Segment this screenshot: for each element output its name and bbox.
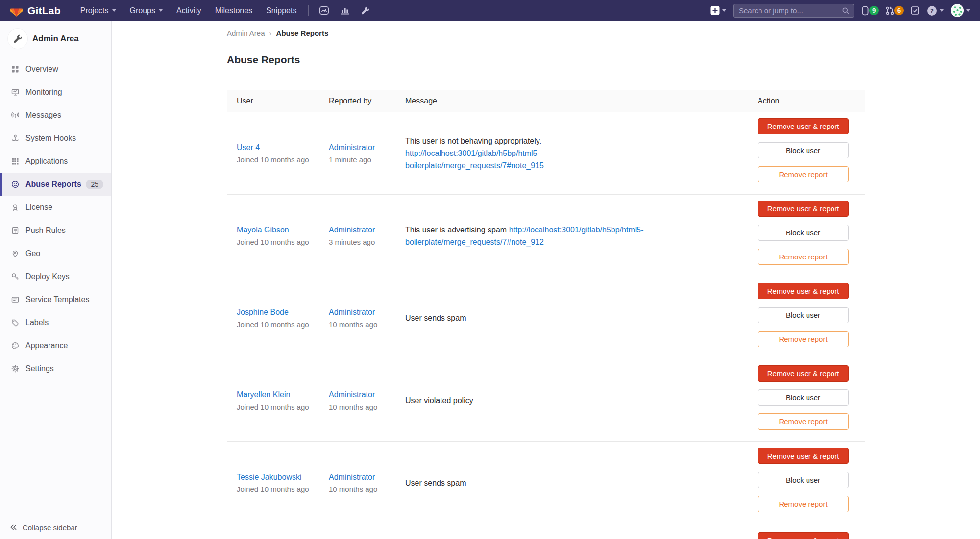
reported-time: 10 months ago <box>329 485 405 493</box>
breadcrumb-admin-area[interactable]: Admin Area <box>227 29 265 37</box>
admin-area-button[interactable] <box>355 3 375 18</box>
gitlab-admin-abuse-reports-page: GitLab Projects Groups Activity Mileston… <box>0 0 980 539</box>
nav-groups[interactable]: Groups <box>123 1 170 20</box>
service-templates-icon <box>11 296 20 304</box>
chevron-down-icon <box>940 9 944 12</box>
abuse-reports-icon <box>11 180 20 188</box>
sidebar-item-deploy-keys[interactable]: Deploy Keys <box>0 265 111 288</box>
reporter-link[interactable]: Administrator <box>329 143 375 152</box>
nav-milestones[interactable]: Milestones <box>208 1 259 20</box>
remove-user-and-report-button[interactable]: Remove user & report <box>758 448 849 464</box>
nav-projects[interactable]: Projects <box>74 1 123 20</box>
remove-user-and-report-button[interactable]: Remove user & report <box>758 201 849 217</box>
geo-pin-icon <box>11 250 20 257</box>
block-user-button[interactable]: Block user <box>758 472 849 488</box>
dashboard-gauge-button[interactable] <box>314 2 335 19</box>
remove-report-button[interactable]: Remove report <box>758 331 849 347</box>
reported-time: 1 minute ago <box>329 155 405 164</box>
sidebar-item-labels[interactable]: Labels <box>0 311 111 334</box>
user-link[interactable]: Mayola Gibson <box>237 226 289 234</box>
table-row: Josphine Bode Joined 10 months ago Admin… <box>227 277 865 359</box>
sidebar-item-settings[interactable]: Settings <box>0 357 111 380</box>
analytics-chart-button[interactable] <box>335 3 355 19</box>
user-menu-button[interactable] <box>951 4 970 17</box>
sidebar-item-appearance[interactable]: Appearance <box>0 334 111 357</box>
remove-report-button[interactable]: Remove report <box>758 166 849 182</box>
report-message: User violated policy <box>405 394 674 407</box>
reported-time: 10 months ago <box>329 320 405 329</box>
sidebar-item-monitoring[interactable]: Monitoring <box>0 80 111 103</box>
overview-icon <box>11 65 20 73</box>
sidebar-item-service-templates[interactable]: Service Templates <box>0 288 111 311</box>
remove-report-button[interactable]: Remove report <box>758 249 849 265</box>
block-user-button[interactable]: Block user <box>758 389 849 406</box>
sidebar-item-license[interactable]: License <box>0 196 111 219</box>
sidebar-item-label: Messages <box>25 111 61 120</box>
merge-request-icon <box>885 6 895 16</box>
collapse-sidebar-button[interactable]: Collapse sidebar <box>0 515 111 539</box>
breadcrumb-current: Abuse Reports <box>276 29 329 37</box>
chevron-down-icon <box>966 9 970 12</box>
remove-user-and-report-button[interactable]: Remove user & report <box>758 365 849 382</box>
user-joined-date: Joined 10 months ago <box>237 238 329 246</box>
user-link[interactable]: Josphine Bode <box>237 308 289 317</box>
admin-sidebar: Admin Area Overview Monitoring <box>0 21 112 539</box>
sidebar-item-geo[interactable]: Geo <box>0 242 111 265</box>
report-message: User sends spam <box>405 312 674 324</box>
remove-report-button[interactable]: Remove report <box>758 496 849 512</box>
license-medal-icon <box>11 204 20 211</box>
sidebar-item-label: License <box>25 203 52 212</box>
new-menu-button[interactable] <box>710 6 726 15</box>
user-link[interactable]: User 4 <box>237 143 260 152</box>
plus-square-icon <box>710 6 720 15</box>
block-user-button[interactable]: Block user <box>758 307 849 323</box>
user-link[interactable]: Maryellen Klein <box>237 390 290 399</box>
report-message: User sends spam <box>405 477 674 489</box>
todos-button[interactable] <box>910 6 920 15</box>
message-link[interactable]: http://localhost:3001/gitlab/h5bp/html5-… <box>405 149 544 170</box>
chevron-down-icon <box>112 9 116 12</box>
block-user-button[interactable]: Block user <box>758 225 849 241</box>
sidebar-item-messages[interactable]: Messages <box>0 103 111 127</box>
sidebar-item-label: Monitoring <box>25 88 62 97</box>
nav-snippets[interactable]: Snippets <box>259 1 303 20</box>
global-search <box>733 4 854 18</box>
issues-icon <box>861 6 870 16</box>
bar-chart-icon <box>340 6 350 16</box>
sidebar-item-push-rules[interactable]: Push Rules <box>0 219 111 242</box>
sidebar-item-system-hooks[interactable]: System Hooks <box>0 127 111 150</box>
remove-user-and-report-button[interactable]: Remove user & report <box>758 283 849 299</box>
sidebar-item-applications[interactable]: Applications <box>0 150 111 173</box>
sidebar-item-abuse-reports[interactable]: Abuse Reports 25 <box>0 173 111 196</box>
reporter-link[interactable]: Administrator <box>329 226 375 234</box>
remove-user-and-report-button[interactable]: Remove user & report <box>758 532 849 539</box>
merge-requests-counter[interactable]: 6 <box>885 6 904 16</box>
column-header-reported-by: Reported by <box>329 97 405 105</box>
sidebar-item-label: Deploy Keys <box>25 272 70 281</box>
reporter-link[interactable]: Administrator <box>329 473 375 482</box>
user-joined-date: Joined 10 months ago <box>237 485 329 493</box>
help-menu-button[interactable]: ? <box>927 5 944 16</box>
user-avatar <box>951 4 964 17</box>
user-link[interactable]: Tessie Jakubowski <box>237 473 302 482</box>
messages-broadcast-icon <box>11 111 20 119</box>
sidebar-header[interactable]: Admin Area <box>0 21 111 57</box>
remove-user-and-report-button[interactable]: Remove user & report <box>758 118 849 134</box>
reporter-link[interactable]: Administrator <box>329 308 375 317</box>
push-rules-icon <box>11 227 20 234</box>
column-header-user: User <box>227 97 329 105</box>
user-joined-date: Joined 10 months ago <box>237 320 329 329</box>
sidebar-title: Admin Area <box>32 34 79 44</box>
search-input[interactable] <box>733 4 854 18</box>
nav-activity[interactable]: Activity <box>170 1 208 20</box>
search-icon <box>842 7 850 15</box>
appearance-palette-icon <box>11 342 20 350</box>
block-user-button[interactable]: Block user <box>758 142 849 158</box>
reporter-link[interactable]: Administrator <box>329 390 375 399</box>
sidebar-item-label: Push Rules <box>25 226 66 235</box>
sidebar-item-overview[interactable]: Overview <box>0 57 111 80</box>
issues-counter[interactable]: 9 <box>861 6 879 16</box>
remove-report-button[interactable]: Remove report <box>758 413 849 430</box>
abuse-reports-table: User Reported by Message Action User 4 J… <box>227 90 865 539</box>
gitlab-logo[interactable]: GitLab <box>10 4 61 17</box>
